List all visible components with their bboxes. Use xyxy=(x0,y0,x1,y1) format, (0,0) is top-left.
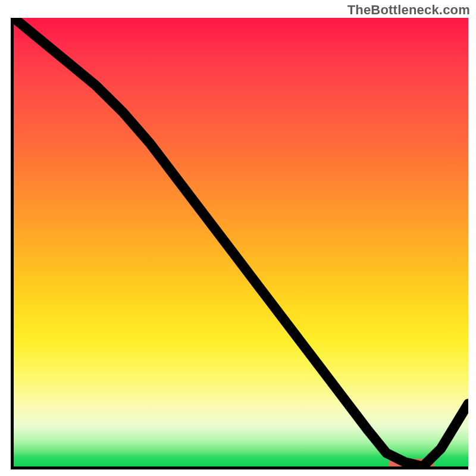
chart-svg xyxy=(14,18,468,466)
watermark-label: TheBottleneck.com xyxy=(347,2,470,18)
plot-area xyxy=(11,18,468,469)
bottleneck-curve xyxy=(14,18,468,466)
chart-container: TheBottleneck.com xyxy=(0,0,476,476)
